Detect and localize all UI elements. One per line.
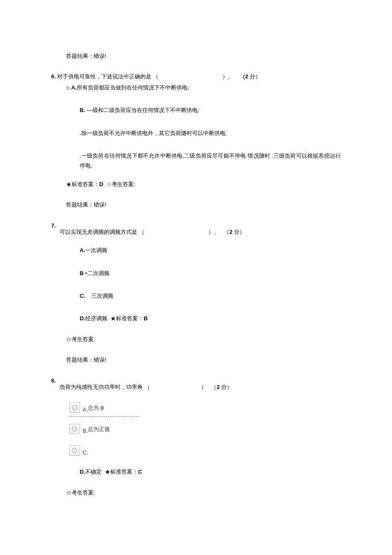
std-answer-prefix: ★标准答案： [110, 315, 144, 322]
paren-open: （ [153, 73, 159, 80]
q7-opta-label: A. [80, 247, 85, 253]
q7-option-d: D.经济调频 ★标准答案：B [80, 313, 383, 323]
q7-header: 可以实现无差调频的调频方式是 （）。 （2 分） [60, 227, 383, 237]
q6-score: 2 [245, 73, 248, 80]
q8-option-a-row[interactable]: A.总为 0 [69, 400, 139, 417]
q7-optb-text: •二次调频 [84, 270, 109, 276]
q8-score: 2 [216, 384, 219, 390]
result-value: 错误! [94, 201, 107, 208]
student-answer-prefix: ☆考生答案: [66, 489, 95, 496]
student-answer-prefix: ☆考生答案: [107, 181, 135, 187]
q6-option-d: .一级负荷在任何情况下都不允许中断供电.二级负荷应尽可能不停电 情况随时 .三级… [80, 151, 341, 171]
q6-answer: D [99, 181, 103, 187]
score-close: 分） [233, 229, 245, 235]
q6-optb-label: B. [80, 107, 85, 113]
radio-circle-icon [72, 405, 77, 410]
q6-option-a: ⊞ A.所有负荷都应当做到在任何情况下不中断供电; [66, 83, 383, 92]
q8-student-answer: ☆考生答案: [66, 488, 383, 497]
q8-option-c-row[interactable]: C. [69, 443, 383, 457]
paren-close: ） [201, 384, 207, 390]
q6-optc-text: .除一级负荷不允许中断供电外，其它负荷随时可以中断供电; [80, 130, 227, 136]
radio-circle-icon [72, 448, 77, 453]
paren-close: ）。 [222, 73, 233, 80]
result-value: 错误! [94, 53, 107, 59]
q7-answer: B [144, 315, 147, 322]
q7-option-a: A.一次调频 [80, 245, 383, 255]
q7-score: 2 [229, 229, 232, 235]
result-line-prev: 答题结果：错误! [66, 51, 383, 61]
result-value: 错误! [94, 357, 107, 363]
result-prefix: 答题结果： [66, 201, 94, 208]
result-prefix: 答题结果： [66, 357, 94, 363]
q7-optc-label: C. [80, 293, 85, 299]
q6-result: 答题结果：错误! [66, 200, 383, 210]
q8-optd-label: D. [80, 469, 85, 475]
q6-opta-text: 所有负荷都应当做到在任何情况下不中断供电; [77, 84, 189, 91]
radio-button-icon[interactable] [69, 446, 80, 456]
paren-open: （ [139, 229, 144, 235]
q7-result: 答题结果：错误! [66, 355, 383, 365]
score-close: 分） [248, 73, 261, 80]
q8-opta: A.总为 0 [83, 400, 104, 414]
score-open: （ [240, 73, 245, 80]
q8-optd-text: 不确定 [85, 469, 102, 475]
q6-optb-text: —级和二级负荷应当在任何情况下不中断供电; [85, 107, 199, 113]
result-prefix: 答题结果： [66, 53, 94, 59]
q7-student-answer: ☆考生答案: [66, 334, 383, 344]
std-answer-prefix: ★标准答案： [66, 181, 99, 187]
q6-header: 6. 对于供电可靠性，下述说法中正确的是 （）。 （2 分） [51, 72, 383, 81]
q7-option-b: B •二次调频 [80, 268, 383, 278]
q7-optd-text: 经济调频 [85, 315, 107, 322]
q7-optc-text: 三次调频 [91, 293, 113, 299]
q6-number: 6. [51, 73, 56, 80]
q6-option-b: B. —级和二级负荷应当在任何情况下不中断供电; [80, 105, 383, 115]
q6-option-c: .除一级负荷不允许中断供电外，其它负荷随时可以中断供电; [80, 128, 383, 138]
q8-optc: C. [83, 443, 88, 457]
q8-opta-text: 总为 [88, 405, 99, 411]
q6-optd-text: .一级负荷在任何情况下都不允许中断供电.二级负荷应尽可能不停电 情况随时 .三级… [80, 152, 341, 169]
paren-close: ）。 [208, 229, 219, 235]
score-open: （ [211, 384, 216, 390]
std-answer-prefix: ★标准答案： [105, 469, 138, 475]
q7-optd-label: D. [80, 315, 85, 322]
q8-optb: B.总为正值 [83, 422, 110, 436]
paren-open: （ [144, 384, 150, 390]
q8-optb-text: 总为正值 [88, 426, 110, 432]
q7-optb-label: B [80, 270, 84, 276]
q8-optc-label: C. [83, 449, 88, 456]
radio-button-icon[interactable] [69, 424, 80, 434]
q8-opta-label: A. [83, 406, 88, 413]
radio-button-icon[interactable] [69, 403, 80, 413]
q8-optb-label: B. [83, 428, 88, 434]
marker-icon: ⊞ [66, 85, 71, 90]
q7-option-c: C. 三次调频 [80, 291, 383, 301]
q8-option-d: D.不确定 ★标准答案：C [80, 467, 383, 477]
q8-answer: C [138, 469, 142, 475]
score-close: 分） [220, 384, 233, 390]
radio-circle-icon [72, 426, 77, 431]
student-answer-prefix: ☆考生答案: [66, 336, 95, 342]
q6-opta-label: A. [71, 84, 77, 91]
q8-opta-val: 0 [101, 405, 104, 411]
q6-answer-line: ★标准答案：D ☆考生答案: [66, 179, 383, 189]
score-open: （ [224, 229, 229, 235]
q7-opta-text: 一次调频 [85, 247, 107, 253]
q8-option-b-row[interactable]: B.总为正值 [69, 422, 383, 436]
q7-stem: 可以实现无差调频的调频方式是 [60, 229, 137, 235]
q8-stem: 负荷为纯感性无功功率时，功率角 [60, 384, 143, 390]
q8-header: 负荷为纯感性无功功率时，功率角 （） （2 分） [60, 382, 383, 392]
q6-stem: 对于供电可靠性，下述说法中正确的是 [57, 73, 151, 80]
